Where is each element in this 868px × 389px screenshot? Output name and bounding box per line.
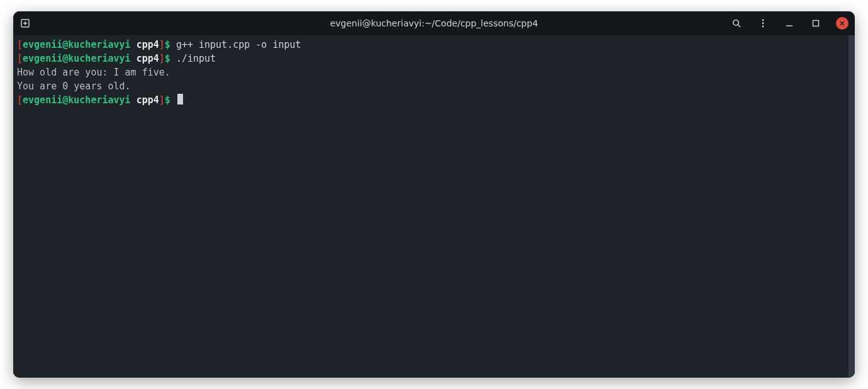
prompt-symbol: $ [165,39,170,50]
search-button[interactable] [730,17,743,30]
prompt-close-bracket: ] [159,94,165,106]
svg-point-5 [762,20,764,21]
svg-line-4 [738,25,740,27]
cursor [177,94,183,104]
titlebar: evgenii@kucheriavyi:~/Code/cpp_lessons/c… [13,11,855,35]
prompt-symbol: $ [165,94,170,106]
prompt-open-bracket: [ [17,53,23,64]
prompt-userhost: evgenii@kucheriavyi [23,53,131,64]
prompt-dir: cpp4 [136,39,159,50]
output-line-2: You are 0 years old. [17,81,131,92]
prompt-dir: cpp4 [136,94,159,106]
menu-button[interactable] [757,17,769,30]
close-button[interactable] [836,17,849,30]
prompt-userhost: evgenii@kucheriavyi [23,39,131,50]
svg-point-6 [762,23,764,25]
command-2: ./input [176,53,216,64]
new-tab-button[interactable] [19,18,31,29]
window-title: evgenii@kucheriavyi:~/Code/cpp_lessons/c… [330,18,538,28]
prompt-open-bracket: [ [17,39,23,50]
scrollbar[interactable] [849,35,855,378]
prompt-close-bracket: ] [159,53,165,64]
prompt-close-bracket: ] [159,39,165,50]
svg-rect-9 [813,21,819,26]
prompt-open-bracket: [ [17,94,23,106]
prompt-dir: cpp4 [136,53,159,64]
minimize-button[interactable] [783,17,796,30]
prompt-userhost: evgenii@kucheriavyi [23,94,131,106]
terminal-window: evgenii@kucheriavyi:~/Code/cpp_lessons/c… [13,11,855,378]
prompt-symbol: $ [165,53,170,64]
command-1: g++ input.cpp -o input [176,39,301,50]
svg-point-3 [733,20,738,25]
terminal-body[interactable]: [evgenii@kucheriavyi cpp4]$ g++ input.cp… [13,35,855,378]
output-line-1: How old are you: I am five. [17,67,170,78]
maximize-button[interactable] [810,17,822,30]
terminal-content[interactable]: [evgenii@kucheriavyi cpp4]$ g++ input.cp… [13,35,855,378]
svg-point-7 [762,26,764,28]
